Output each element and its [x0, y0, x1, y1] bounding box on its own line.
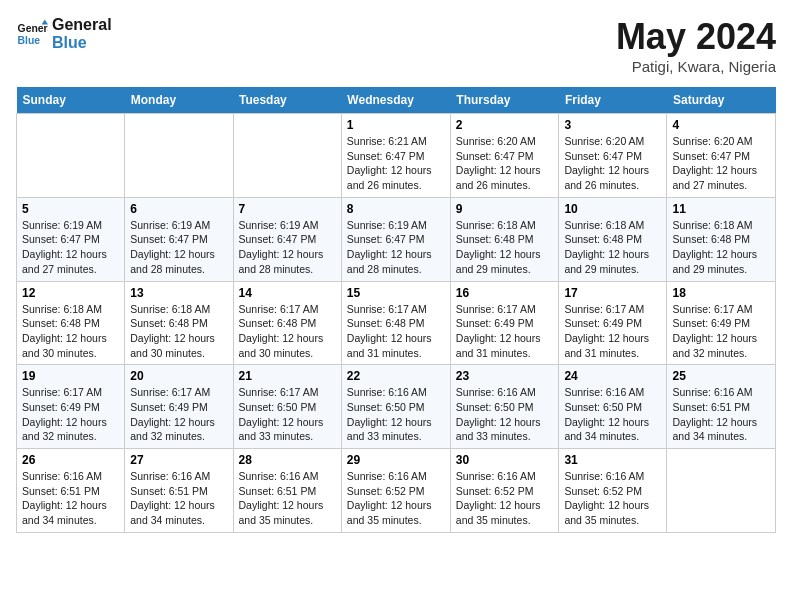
- calendar-cell: [233, 114, 341, 198]
- day-number: 23: [456, 369, 554, 383]
- day-info: Sunrise: 6:16 AM Sunset: 6:51 PM Dayligh…: [672, 385, 770, 444]
- day-info: Sunrise: 6:16 AM Sunset: 6:50 PM Dayligh…: [347, 385, 445, 444]
- day-info: Sunrise: 6:18 AM Sunset: 6:48 PM Dayligh…: [130, 302, 227, 361]
- calendar-week-row: 12Sunrise: 6:18 AM Sunset: 6:48 PM Dayli…: [17, 281, 776, 365]
- day-info: Sunrise: 6:16 AM Sunset: 6:52 PM Dayligh…: [564, 469, 661, 528]
- day-number: 4: [672, 118, 770, 132]
- calendar-cell: 15Sunrise: 6:17 AM Sunset: 6:48 PM Dayli…: [341, 281, 450, 365]
- day-info: Sunrise: 6:16 AM Sunset: 6:51 PM Dayligh…: [22, 469, 119, 528]
- calendar-cell: 3Sunrise: 6:20 AM Sunset: 6:47 PM Daylig…: [559, 114, 667, 198]
- calendar-week-row: 26Sunrise: 6:16 AM Sunset: 6:51 PM Dayli…: [17, 449, 776, 533]
- calendar-cell: 4Sunrise: 6:20 AM Sunset: 6:47 PM Daylig…: [667, 114, 776, 198]
- logo-blue: Blue: [52, 34, 112, 52]
- calendar-week-row: 1Sunrise: 6:21 AM Sunset: 6:47 PM Daylig…: [17, 114, 776, 198]
- logo-icon: General Blue: [16, 18, 48, 50]
- calendar-cell: 30Sunrise: 6:16 AM Sunset: 6:52 PM Dayli…: [450, 449, 559, 533]
- weekday-header-wednesday: Wednesday: [341, 87, 450, 114]
- day-info: Sunrise: 6:21 AM Sunset: 6:47 PM Dayligh…: [347, 134, 445, 193]
- day-info: Sunrise: 6:17 AM Sunset: 6:48 PM Dayligh…: [239, 302, 336, 361]
- calendar-cell: 29Sunrise: 6:16 AM Sunset: 6:52 PM Dayli…: [341, 449, 450, 533]
- calendar-cell: 13Sunrise: 6:18 AM Sunset: 6:48 PM Dayli…: [125, 281, 233, 365]
- calendar-cell: 6Sunrise: 6:19 AM Sunset: 6:47 PM Daylig…: [125, 197, 233, 281]
- page-header: General Blue General Blue May 2024 Patig…: [16, 16, 776, 75]
- day-info: Sunrise: 6:16 AM Sunset: 6:51 PM Dayligh…: [239, 469, 336, 528]
- calendar-cell: 1Sunrise: 6:21 AM Sunset: 6:47 PM Daylig…: [341, 114, 450, 198]
- calendar-cell: 12Sunrise: 6:18 AM Sunset: 6:48 PM Dayli…: [17, 281, 125, 365]
- calendar-cell: [17, 114, 125, 198]
- day-info: Sunrise: 6:19 AM Sunset: 6:47 PM Dayligh…: [347, 218, 445, 277]
- weekday-header-tuesday: Tuesday: [233, 87, 341, 114]
- day-info: Sunrise: 6:17 AM Sunset: 6:49 PM Dayligh…: [130, 385, 227, 444]
- day-number: 15: [347, 286, 445, 300]
- day-number: 17: [564, 286, 661, 300]
- day-number: 20: [130, 369, 227, 383]
- day-number: 12: [22, 286, 119, 300]
- calendar-cell: 23Sunrise: 6:16 AM Sunset: 6:50 PM Dayli…: [450, 365, 559, 449]
- day-info: Sunrise: 6:17 AM Sunset: 6:50 PM Dayligh…: [239, 385, 336, 444]
- day-number: 22: [347, 369, 445, 383]
- title-block: May 2024 Patigi, Kwara, Nigeria: [616, 16, 776, 75]
- svg-text:Blue: Blue: [18, 35, 41, 46]
- calendar-week-row: 5Sunrise: 6:19 AM Sunset: 6:47 PM Daylig…: [17, 197, 776, 281]
- day-info: Sunrise: 6:19 AM Sunset: 6:47 PM Dayligh…: [239, 218, 336, 277]
- calendar-cell: 27Sunrise: 6:16 AM Sunset: 6:51 PM Dayli…: [125, 449, 233, 533]
- day-number: 9: [456, 202, 554, 216]
- day-number: 21: [239, 369, 336, 383]
- day-number: 19: [22, 369, 119, 383]
- calendar-cell: 25Sunrise: 6:16 AM Sunset: 6:51 PM Dayli…: [667, 365, 776, 449]
- calendar-table: SundayMondayTuesdayWednesdayThursdayFrid…: [16, 87, 776, 533]
- day-info: Sunrise: 6:17 AM Sunset: 6:48 PM Dayligh…: [347, 302, 445, 361]
- calendar-week-row: 19Sunrise: 6:17 AM Sunset: 6:49 PM Dayli…: [17, 365, 776, 449]
- calendar-cell: 7Sunrise: 6:19 AM Sunset: 6:47 PM Daylig…: [233, 197, 341, 281]
- day-info: Sunrise: 6:20 AM Sunset: 6:47 PM Dayligh…: [672, 134, 770, 193]
- day-info: Sunrise: 6:16 AM Sunset: 6:52 PM Dayligh…: [456, 469, 554, 528]
- calendar-cell: 5Sunrise: 6:19 AM Sunset: 6:47 PM Daylig…: [17, 197, 125, 281]
- weekday-header-saturday: Saturday: [667, 87, 776, 114]
- calendar-cell: 24Sunrise: 6:16 AM Sunset: 6:50 PM Dayli…: [559, 365, 667, 449]
- day-number: 6: [130, 202, 227, 216]
- day-number: 7: [239, 202, 336, 216]
- day-info: Sunrise: 6:16 AM Sunset: 6:50 PM Dayligh…: [564, 385, 661, 444]
- day-info: Sunrise: 6:20 AM Sunset: 6:47 PM Dayligh…: [456, 134, 554, 193]
- calendar-cell: 17Sunrise: 6:17 AM Sunset: 6:49 PM Dayli…: [559, 281, 667, 365]
- day-number: 10: [564, 202, 661, 216]
- weekday-header-friday: Friday: [559, 87, 667, 114]
- day-number: 5: [22, 202, 119, 216]
- day-info: Sunrise: 6:18 AM Sunset: 6:48 PM Dayligh…: [22, 302, 119, 361]
- calendar-cell: 19Sunrise: 6:17 AM Sunset: 6:49 PM Dayli…: [17, 365, 125, 449]
- svg-marker-2: [42, 20, 48, 25]
- day-info: Sunrise: 6:19 AM Sunset: 6:47 PM Dayligh…: [130, 218, 227, 277]
- day-number: 8: [347, 202, 445, 216]
- day-info: Sunrise: 6:17 AM Sunset: 6:49 PM Dayligh…: [456, 302, 554, 361]
- day-number: 14: [239, 286, 336, 300]
- calendar-subtitle: Patigi, Kwara, Nigeria: [616, 58, 776, 75]
- day-number: 28: [239, 453, 336, 467]
- calendar-cell: 16Sunrise: 6:17 AM Sunset: 6:49 PM Dayli…: [450, 281, 559, 365]
- calendar-cell: 8Sunrise: 6:19 AM Sunset: 6:47 PM Daylig…: [341, 197, 450, 281]
- day-number: 16: [456, 286, 554, 300]
- calendar-cell: 26Sunrise: 6:16 AM Sunset: 6:51 PM Dayli…: [17, 449, 125, 533]
- logo: General Blue General Blue: [16, 16, 112, 52]
- day-number: 29: [347, 453, 445, 467]
- weekday-header-thursday: Thursday: [450, 87, 559, 114]
- day-number: 31: [564, 453, 661, 467]
- day-info: Sunrise: 6:16 AM Sunset: 6:50 PM Dayligh…: [456, 385, 554, 444]
- day-number: 27: [130, 453, 227, 467]
- day-number: 13: [130, 286, 227, 300]
- weekday-header-row: SundayMondayTuesdayWednesdayThursdayFrid…: [17, 87, 776, 114]
- day-number: 1: [347, 118, 445, 132]
- calendar-cell: 14Sunrise: 6:17 AM Sunset: 6:48 PM Dayli…: [233, 281, 341, 365]
- calendar-title: May 2024: [616, 16, 776, 58]
- day-number: 3: [564, 118, 661, 132]
- day-number: 24: [564, 369, 661, 383]
- day-number: 25: [672, 369, 770, 383]
- calendar-cell: 22Sunrise: 6:16 AM Sunset: 6:50 PM Dayli…: [341, 365, 450, 449]
- logo-general: General: [52, 16, 112, 34]
- day-info: Sunrise: 6:17 AM Sunset: 6:49 PM Dayligh…: [22, 385, 119, 444]
- day-info: Sunrise: 6:17 AM Sunset: 6:49 PM Dayligh…: [564, 302, 661, 361]
- calendar-cell: 2Sunrise: 6:20 AM Sunset: 6:47 PM Daylig…: [450, 114, 559, 198]
- day-info: Sunrise: 6:18 AM Sunset: 6:48 PM Dayligh…: [564, 218, 661, 277]
- calendar-cell: 18Sunrise: 6:17 AM Sunset: 6:49 PM Dayli…: [667, 281, 776, 365]
- day-number: 18: [672, 286, 770, 300]
- svg-text:General: General: [18, 23, 48, 34]
